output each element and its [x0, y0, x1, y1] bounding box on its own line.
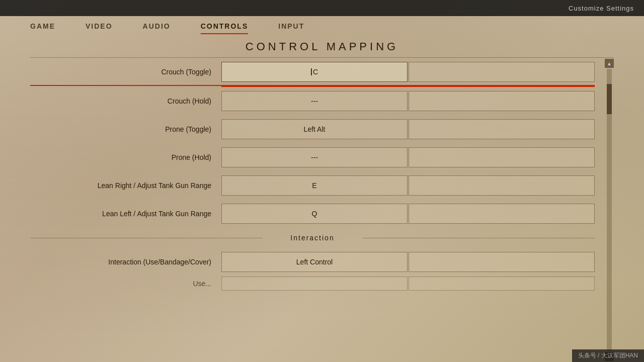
row-lean-left[interactable]: Lean Left / Adjust Tank Gun Range Q — [30, 200, 595, 228]
key-slot-interaction-use-1[interactable]: Left Control — [221, 252, 408, 272]
key-slot-crouch-hold-1[interactable]: --- — [221, 91, 408, 111]
label-prone-hold: Prone (Hold) — [30, 153, 221, 161]
key-bindings-crouch-hold: --- — [221, 91, 595, 111]
key-bindings-use-partial — [221, 277, 595, 291]
key-bindings-lean-left: Q — [221, 204, 595, 224]
key-slot-crouch-toggle-1[interactable]: C — [221, 62, 408, 82]
key-bindings-lean-right: E — [221, 175, 595, 196]
page-title-area: CONTROL MAPPING — [0, 34, 644, 57]
top-bar-title: Customize Settings — [569, 5, 634, 12]
key-slot-prone-hold-1[interactable]: --- — [221, 147, 408, 167]
cursor-icon — [311, 68, 312, 75]
label-lean-left: Lean Left / Adjust Tank Gun Range — [30, 210, 221, 218]
section-line-right — [363, 238, 595, 238]
scroll-up-button[interactable]: ▲ — [605, 59, 614, 68]
section-line-left — [30, 238, 262, 238]
tab-input[interactable]: INPUT — [278, 22, 304, 34]
label-lean-right: Lean Right / Adjust Tank Gun Range — [30, 182, 221, 190]
key-slot-lean-right-1[interactable]: E — [221, 175, 408, 196]
tab-audio[interactable]: AUDIO — [143, 22, 171, 34]
row-prone-toggle[interactable]: Prone (Toggle) Left Alt — [30, 115, 595, 143]
key-slot-crouch-hold-2[interactable] — [409, 91, 595, 111]
tab-video[interactable]: VIDEO — [86, 22, 113, 34]
watermark-text: 头条号 / 大汉军团HAN — [578, 352, 638, 359]
watermark: 头条号 / 大汉军团HAN — [572, 349, 644, 362]
tab-controls[interactable]: CONTROLS — [201, 22, 249, 34]
section-interaction: Interaction — [30, 228, 595, 248]
scroll-track[interactable] — [607, 69, 612, 351]
top-bar: Customize Settings — [0, 0, 644, 16]
mapping-table: Crouch (Toggle) C Crouch (Hold) --- — [30, 58, 605, 362]
key-slot-use-partial-1[interactable] — [221, 277, 408, 291]
scrollbar[interactable]: ▲ ▼ — [605, 58, 614, 362]
nav-tabs: GAME VIDEO AUDIO CONTROLS INPUT — [0, 18, 644, 34]
page-title: CONTROL MAPPING — [0, 40, 644, 53]
key-slot-crouch-toggle-2[interactable] — [409, 62, 595, 82]
label-prone-toggle: Prone (Toggle) — [30, 125, 221, 133]
row-crouch-hold[interactable]: Crouch (Hold) --- — [30, 87, 595, 115]
key-bindings-interaction-use: Left Control — [221, 252, 595, 272]
key-slot-prone-toggle-2[interactable] — [409, 119, 595, 139]
key-bindings-crouch-toggle: C — [221, 62, 595, 82]
tab-game[interactable]: GAME — [30, 22, 55, 34]
label-crouch-toggle: Crouch (Toggle) — [30, 68, 221, 76]
key-slot-lean-left-2[interactable] — [409, 204, 595, 224]
section-title-interaction: Interaction — [262, 234, 363, 242]
key-bindings-prone-hold: --- — [221, 147, 595, 167]
key-bindings-prone-toggle: Left Alt — [221, 119, 595, 139]
key-slot-prone-hold-2[interactable] — [409, 147, 595, 167]
key-slot-interaction-use-2[interactable] — [409, 252, 595, 272]
row-crouch-toggle[interactable]: Crouch (Toggle) C — [30, 58, 595, 86]
key-slot-lean-right-2[interactable] — [409, 175, 595, 196]
label-use-partial: Use... — [30, 280, 221, 288]
key-slot-use-partial-2[interactable] — [409, 277, 595, 291]
main-content: Crouch (Toggle) C Crouch (Hold) --- — [0, 58, 644, 362]
row-prone-hold[interactable]: Prone (Hold) --- — [30, 143, 595, 171]
row-lean-right[interactable]: Lean Right / Adjust Tank Gun Range E — [30, 171, 595, 200]
row-use-partial[interactable]: Use... — [30, 276, 595, 291]
label-crouch-hold: Crouch (Hold) — [30, 97, 221, 105]
label-interaction-use: Interaction (Use/Bandage/Cover) — [30, 258, 221, 266]
key-slot-lean-left-1[interactable]: Q — [221, 204, 408, 224]
key-slot-prone-toggle-1[interactable]: Left Alt — [221, 119, 408, 139]
row-interaction-use[interactable]: Interaction (Use/Bandage/Cover) Left Con… — [30, 248, 595, 276]
scroll-thumb[interactable] — [607, 84, 612, 114]
